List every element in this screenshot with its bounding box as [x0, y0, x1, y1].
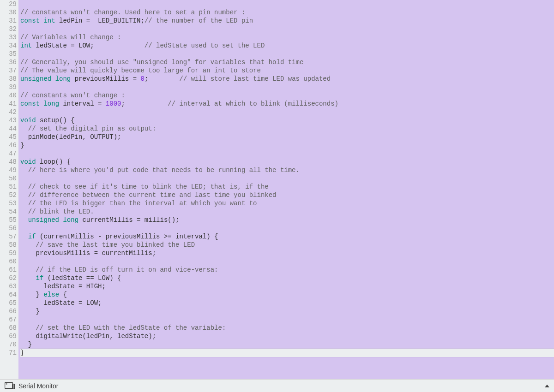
line-number: 71	[0, 349, 17, 357]
code-line[interactable]: }	[20, 349, 554, 357]
code-line[interactable]	[20, 50, 554, 58]
code-line[interactable]: if (currentMillis - previousMillis >= in…	[20, 232, 554, 241]
line-number: 57	[0, 232, 17, 241]
line-number: 35	[0, 50, 17, 58]
code-line[interactable]	[20, 174, 554, 183]
code-line[interactable]: ledState = LOW;	[20, 299, 554, 307]
code-line[interactable]	[20, 315, 554, 324]
line-number: 62	[0, 274, 17, 282]
line-number: 54	[0, 208, 17, 216]
line-number: 36	[0, 58, 17, 66]
line-number: 38	[0, 75, 17, 83]
line-number: 65	[0, 299, 17, 307]
code-editor[interactable]: 2930313233343536373839404142434445464748…	[0, 0, 554, 379]
line-number: 42	[0, 108, 17, 116]
line-number: 44	[0, 125, 17, 133]
code-line[interactable]: unsigned long previousMillis = 0; // wil…	[20, 75, 554, 83]
line-number: 31	[0, 17, 17, 25]
line-number: 70	[0, 340, 17, 349]
code-text-area[interactable]: // constants won't change. Used here to …	[18, 0, 554, 379]
code-line[interactable]: void loop() {	[20, 158, 554, 166]
line-number: 33	[0, 33, 17, 42]
code-line[interactable]: }	[20, 340, 554, 349]
line-number: 29	[0, 0, 17, 8]
code-line[interactable]: // if the LED is off turn it on and vice…	[20, 266, 554, 274]
svg-rect-1	[6, 383, 7, 384]
code-line[interactable]	[20, 108, 554, 116]
line-number: 63	[0, 282, 17, 291]
serial-monitor-label[interactable]: Serial Monitor	[18, 382, 58, 390]
code-line[interactable]	[20, 83, 554, 91]
code-line[interactable]: ledState = HIGH;	[20, 282, 554, 291]
code-line[interactable]: }	[20, 141, 554, 149]
code-line[interactable]: // constants won't change. Used here to …	[20, 8, 554, 17]
code-line[interactable]: // Variables will change :	[20, 33, 554, 42]
line-number: 51	[0, 183, 17, 191]
line-number: 53	[0, 199, 17, 208]
line-number: 48	[0, 158, 17, 166]
code-line[interactable]: digitalWrite(ledPin, ledState);	[20, 332, 554, 340]
code-line[interactable]	[20, 257, 554, 266]
code-line[interactable]: previousMillis = currentMillis;	[20, 249, 554, 257]
line-number: 50	[0, 174, 17, 183]
code-line[interactable]: // The value will quickly become too lar…	[20, 66, 554, 75]
line-number: 30	[0, 8, 17, 17]
code-line[interactable]: if (ledState == LOW) {	[20, 274, 554, 282]
bottom-panel-bar[interactable]: Serial Monitor	[0, 379, 554, 392]
line-number: 40	[0, 91, 17, 100]
line-number: 67	[0, 315, 17, 324]
code-line[interactable]: // set the LED with the ledState of the …	[20, 324, 554, 332]
svg-rect-0	[5, 382, 13, 388]
code-line[interactable]: void setup() {	[20, 116, 554, 125]
line-number: 66	[0, 307, 17, 315]
line-number: 59	[0, 249, 17, 257]
code-line[interactable]	[20, 0, 554, 8]
line-number: 49	[0, 166, 17, 174]
line-number: 47	[0, 149, 17, 158]
line-number: 58	[0, 241, 17, 249]
code-line[interactable]	[20, 149, 554, 158]
code-line[interactable]: }	[20, 307, 554, 315]
line-number: 41	[0, 100, 17, 108]
code-line[interactable]: // check to see if it's time to blink th…	[20, 183, 554, 191]
code-line[interactable]: // Generally, you should use "unsigned l…	[20, 58, 554, 66]
line-number: 55	[0, 216, 17, 224]
line-number: 43	[0, 116, 17, 125]
line-number: 64	[0, 291, 17, 299]
line-number: 32	[0, 25, 17, 33]
code-line[interactable]: // set the digital pin as output:	[20, 125, 554, 133]
code-line[interactable]: int ledState = LOW; // ledState used to …	[20, 42, 554, 50]
line-number: 46	[0, 141, 17, 149]
code-line[interactable]	[20, 25, 554, 33]
code-line[interactable]: // here is where you'd put code that nee…	[20, 166, 554, 174]
code-line[interactable]: // constants won't change :	[20, 91, 554, 100]
line-number: 61	[0, 266, 17, 274]
code-line[interactable]: // save the last time you blinked the LE…	[20, 241, 554, 249]
code-line[interactable]: const long interval = 1000; // interval …	[20, 100, 554, 108]
code-line[interactable]: // difference between the current time a…	[20, 191, 554, 199]
code-line[interactable]: unsigned long currentMillis = millis();	[20, 216, 554, 224]
line-number: 68	[0, 324, 17, 332]
line-number: 34	[0, 42, 17, 50]
code-line[interactable]: // blink the LED.	[20, 208, 554, 216]
code-line[interactable]: pinMode(ledPin, OUTPUT);	[20, 133, 554, 141]
expand-panel-icon[interactable]	[545, 385, 549, 387]
line-number: 39	[0, 83, 17, 91]
line-number: 60	[0, 257, 17, 266]
line-number-gutter: 2930313233343536373839404142434445464748…	[0, 0, 18, 379]
code-line[interactable]: const int ledPin = LED_BUILTIN;// the nu…	[20, 17, 554, 25]
line-number: 56	[0, 224, 17, 232]
code-line[interactable]: // the LED is bigger than the interval a…	[20, 199, 554, 208]
line-number: 45	[0, 133, 17, 141]
line-number: 52	[0, 191, 17, 199]
code-line[interactable]: } else {	[20, 291, 554, 299]
line-number: 69	[0, 332, 17, 340]
code-line[interactable]	[20, 224, 554, 232]
line-number: 37	[0, 66, 17, 75]
serial-monitor-icon	[5, 382, 15, 390]
